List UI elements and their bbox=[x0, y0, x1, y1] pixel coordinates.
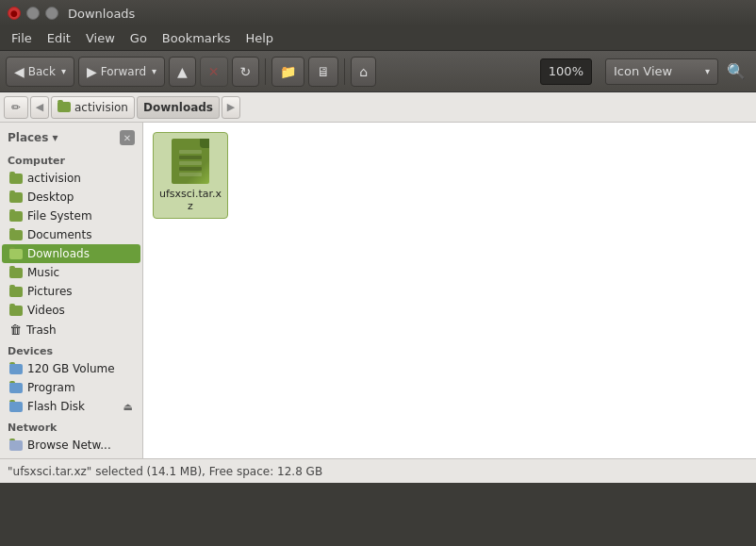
archive-stripe bbox=[179, 156, 202, 159]
places-label: Places bbox=[8, 131, 48, 144]
folder-icon bbox=[9, 230, 23, 240]
archive-stripe bbox=[179, 173, 202, 176]
drive-icon bbox=[9, 402, 23, 412]
forward-dropdown-icon[interactable]: ▾ bbox=[152, 66, 156, 76]
eject-icon[interactable]: ⏏ bbox=[123, 401, 133, 413]
sidebar-item-filesystem[interactable]: File System bbox=[2, 207, 140, 225]
places-title: Places ▾ bbox=[8, 131, 58, 144]
file-label: ufsxsci.tar.xz bbox=[159, 188, 222, 212]
stop-icon: ✕ bbox=[208, 64, 220, 79]
view-selector-label: Icon View bbox=[614, 64, 672, 78]
view-selector[interactable]: Icon View ▾ bbox=[605, 58, 718, 85]
places-toggle-icon[interactable]: ▾ bbox=[52, 131, 58, 144]
sidebar-section-network: Network bbox=[0, 416, 142, 436]
up-icon: ▲ bbox=[177, 64, 188, 79]
sidebar-item-pictures[interactable]: Pictures bbox=[2, 282, 140, 301]
archive-stripe bbox=[179, 167, 202, 171]
forward-label: Forward bbox=[101, 65, 146, 78]
archive-stripe bbox=[179, 161, 202, 165]
archive-stripes bbox=[179, 150, 202, 176]
toolbar-separator-2 bbox=[344, 58, 345, 85]
breadcrumb-next-button[interactable]: ▶ bbox=[222, 96, 240, 119]
reload-button[interactable]: ↻ bbox=[232, 57, 260, 87]
sidebar-item-downloads[interactable]: Downloads bbox=[2, 244, 140, 263]
folder-icon bbox=[9, 306, 23, 316]
sidebar-item-music[interactable]: Music bbox=[2, 263, 140, 282]
folder-icon-crumb bbox=[58, 102, 71, 112]
sidebar-item-flashdisk[interactable]: Flash Disk ⏏ bbox=[2, 397, 140, 416]
trash-icon: 🗑 bbox=[9, 323, 22, 337]
toolbar-separator-1 bbox=[265, 58, 266, 85]
sidebar-item-desktop[interactable]: Desktop bbox=[2, 188, 140, 207]
sidebar-item-documents[interactable]: Documents bbox=[2, 225, 140, 244]
sidebar-item-120gb[interactable]: 120 GB Volume bbox=[2, 359, 140, 378]
minimize-button[interactable] bbox=[26, 7, 40, 20]
new-folder-icon: 📁 bbox=[280, 64, 296, 79]
folder-icon bbox=[9, 211, 23, 222]
status-text: "ufsxsci.tar.xz" selected (14.1 MB), Fre… bbox=[8, 465, 322, 478]
new-folder-button[interactable]: 📁 bbox=[271, 57, 304, 87]
menu-bookmarks[interactable]: Bookmarks bbox=[155, 28, 238, 48]
file-icon-container bbox=[168, 139, 213, 184]
drive-icon bbox=[9, 383, 23, 393]
back-button[interactable]: ◀ Back ▾ bbox=[6, 57, 74, 87]
menu-file[interactable]: File bbox=[4, 28, 40, 48]
zoom-level: 100% bbox=[540, 58, 592, 85]
breadcrumb-prev-button[interactable]: ◀ bbox=[30, 96, 49, 119]
forward-arrow-icon: ▶ bbox=[87, 64, 97, 79]
main-wrapper: ✏ ◀ activision Downloads ▶ Places ▾ bbox=[0, 92, 756, 483]
forward-button[interactable]: ▶ Forward ▾ bbox=[78, 57, 165, 87]
terminal-button[interactable]: 🖥 bbox=[308, 57, 338, 87]
body-area: Places ▾ ✕ Computer activision Desktop F… bbox=[0, 123, 756, 458]
folder-icon bbox=[9, 268, 23, 278]
network-icon bbox=[9, 440, 23, 451]
terminal-icon: 🖥 bbox=[317, 64, 330, 79]
sidebar-item-browse-network[interactable]: Browse Netw... bbox=[2, 436, 140, 455]
stop-button[interactable]: ✕ bbox=[200, 57, 228, 87]
breadcrumb-next-icon: ▶ bbox=[227, 101, 235, 113]
up-button[interactable]: ▲ bbox=[169, 57, 196, 87]
breadcrumb-downloads[interactable]: Downloads bbox=[137, 96, 220, 119]
folder-icon bbox=[9, 192, 23, 203]
menu-bar: File Edit View Go Bookmarks Help bbox=[0, 26, 756, 51]
reload-icon: ↻ bbox=[240, 64, 252, 79]
back-forward-group: ◀ Back ▾ bbox=[6, 57, 74, 87]
file-area[interactable]: ufsxsci.tar.xz bbox=[143, 123, 756, 458]
status-bar: "ufsxsci.tar.xz" selected (14.1 MB), Fre… bbox=[0, 458, 756, 483]
view-selector-arrow: ▾ bbox=[705, 66, 710, 76]
pencil-icon: ✏ bbox=[11, 101, 21, 114]
back-arrow-icon: ◀ bbox=[14, 64, 25, 79]
close-button[interactable]: ● bbox=[8, 7, 21, 20]
breadcrumb-prev-icon: ◀ bbox=[36, 101, 43, 113]
file-item-ufsxsci[interactable]: ufsxsci.tar.xz bbox=[153, 132, 228, 219]
places-header: Places ▾ ✕ bbox=[0, 126, 142, 149]
home-icon: ⌂ bbox=[359, 64, 368, 79]
search-icon: 🔍 bbox=[727, 62, 746, 80]
toolbar: ◀ Back ▾ ▶ Forward ▾ ▲ ✕ ↻ 📁 🖥 ⌂ 100% Ic… bbox=[0, 51, 756, 92]
menu-edit[interactable]: Edit bbox=[40, 28, 78, 48]
folder-icon bbox=[9, 174, 23, 184]
breadcrumb-activision[interactable]: activision bbox=[51, 96, 135, 119]
close-icon: ✕ bbox=[123, 133, 131, 143]
back-dropdown-icon[interactable]: ▾ bbox=[61, 66, 66, 76]
sidebar-section-computer: Computer bbox=[0, 149, 142, 169]
search-button[interactable]: 🔍 bbox=[722, 58, 750, 85]
sidebar-item-program[interactable]: Program bbox=[2, 378, 140, 397]
menu-help[interactable]: Help bbox=[238, 28, 281, 48]
window-title: Downloads bbox=[68, 7, 748, 21]
archive-icon bbox=[172, 139, 209, 184]
maximize-button[interactable] bbox=[45, 7, 58, 20]
home-button[interactable]: ⌂ bbox=[351, 57, 376, 87]
sidebar-item-trash[interactable]: 🗑 Trash bbox=[2, 320, 140, 339]
menu-go[interactable]: Go bbox=[123, 28, 155, 48]
title-bar: ● Downloads bbox=[0, 0, 756, 26]
sidebar-item-videos[interactable]: Videos bbox=[2, 301, 140, 320]
folder-icon bbox=[9, 249, 23, 259]
sidebar-section-devices: Devices bbox=[0, 339, 142, 359]
sidebar: Places ▾ ✕ Computer activision Desktop F… bbox=[0, 123, 143, 458]
breadcrumb-edit-button[interactable]: ✏ bbox=[4, 96, 28, 119]
menu-view[interactable]: View bbox=[78, 28, 123, 48]
sidebar-item-activision[interactable]: activision bbox=[2, 169, 140, 188]
sidebar-close-button[interactable]: ✕ bbox=[120, 130, 135, 145]
archive-stripe bbox=[179, 150, 202, 154]
